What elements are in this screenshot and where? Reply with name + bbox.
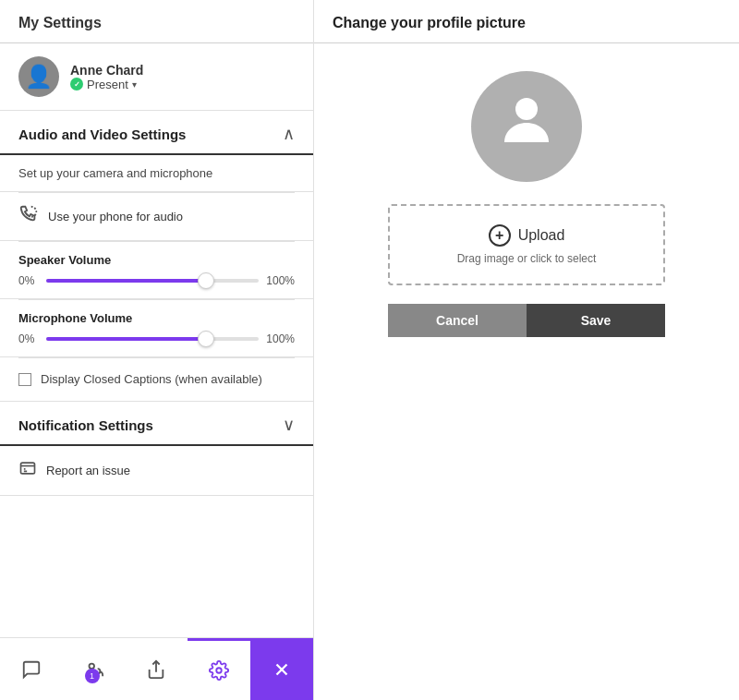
notification-toggle-icon: ∨	[283, 415, 295, 435]
panel-header: My Settings	[0, 0, 313, 43]
svg-rect-0	[21, 463, 35, 474]
nav-participants[interactable]: 1	[63, 638, 126, 700]
nav-settings[interactable]	[188, 638, 250, 700]
avatar: 👤	[18, 56, 59, 97]
phone-icon	[18, 204, 39, 229]
nav-share[interactable]	[126, 638, 188, 700]
mic-slider-thumb[interactable]	[198, 331, 214, 347]
captions-row: Display Closed Captions (when available)	[0, 358, 313, 402]
speaker-vol-max: 100%	[266, 274, 295, 287]
panel-title: My Settings	[18, 15, 102, 30]
chevron-down-icon: ▾	[132, 79, 137, 90]
svg-point-6	[515, 98, 538, 120]
status-label: Present	[87, 78, 128, 91]
report-icon	[18, 459, 37, 482]
speaker-vol-min: 0%	[18, 274, 39, 287]
user-section: 👤 Anne Chard Present ▾	[0, 43, 313, 111]
upload-label: Upload	[518, 227, 565, 244]
mic-vol-min: 0%	[18, 332, 39, 345]
phone-audio-row[interactable]: Use your phone for audio	[0, 193, 313, 241]
svg-point-1	[89, 663, 94, 669]
captions-label: Display Closed Captions (when available)	[41, 371, 262, 388]
speaker-volume-label: Speaker Volume	[18, 253, 295, 267]
cancel-button[interactable]: Cancel	[388, 304, 527, 337]
bottom-nav: 1	[0, 637, 313, 700]
captions-checkbox[interactable]	[18, 373, 31, 386]
audio-video-title: Audio and Video Settings	[18, 127, 186, 142]
user-status[interactable]: Present ▾	[70, 78, 143, 91]
right-header: Change your profile picture	[314, 0, 739, 43]
user-name: Anne Chard	[70, 63, 143, 78]
speaker-volume-row: 0% 100%	[18, 274, 295, 287]
profile-picture	[471, 71, 582, 182]
nav-chat[interactable]	[0, 638, 63, 700]
status-dot	[70, 78, 83, 91]
left-panel: My Settings 👤 Anne Chard Present ▾ Audio…	[0, 0, 314, 700]
mic-volume-label: Microphone Volume	[18, 311, 295, 325]
nav-badge: 1	[85, 669, 100, 683]
speaker-slider-fill	[46, 279, 206, 283]
speaker-slider-thumb[interactable]	[198, 272, 214, 289]
audio-video-toggle-icon: ∧	[283, 124, 295, 144]
mic-volume-section: Microphone Volume 0% 100%	[0, 300, 313, 357]
upload-hint: Drag image or click to select	[457, 252, 597, 265]
right-title: Change your profile picture	[333, 15, 526, 30]
profile-avatar-icon	[493, 87, 560, 167]
svg-point-3	[217, 668, 223, 673]
right-panel: Change your profile picture + Upload Dra…	[314, 0, 739, 700]
audio-video-section-header[interactable]: Audio and Video Settings ∧	[0, 111, 313, 155]
mic-vol-max: 100%	[266, 332, 295, 345]
report-label: Report an issue	[46, 464, 130, 477]
save-button[interactable]: Save	[527, 304, 665, 337]
camera-setup-label: Set up your camera and microphone	[18, 166, 212, 180]
upload-top: + Upload	[489, 224, 565, 247]
mic-slider-track[interactable]	[46, 337, 259, 341]
upload-plus-icon: +	[489, 224, 511, 247]
phone-audio-label: Use your phone for audio	[48, 210, 183, 223]
upload-area[interactable]: + Upload Drag image or click to select	[388, 204, 665, 285]
mic-volume-row: 0% 100%	[18, 332, 295, 345]
mic-slider-fill	[46, 337, 206, 341]
speaker-slider-track[interactable]	[46, 279, 259, 283]
right-content: + Upload Drag image or click to select C…	[314, 43, 739, 700]
camera-setup[interactable]: Set up your camera and microphone	[0, 155, 313, 192]
report-issue-row[interactable]: Report an issue	[0, 446, 313, 496]
notification-section-header[interactable]: Notification Settings ∨	[0, 402, 313, 446]
user-info: Anne Chard Present ▾	[70, 63, 143, 91]
speaker-volume-section: Speaker Volume 0% 100%	[0, 242, 313, 299]
action-buttons: Cancel Save	[388, 304, 665, 337]
nav-close[interactable]	[250, 638, 313, 700]
left-content: Audio and Video Settings ∧ Set up your c…	[0, 111, 313, 637]
avatar-icon: 👤	[25, 64, 53, 90]
notification-title: Notification Settings	[18, 417, 153, 433]
